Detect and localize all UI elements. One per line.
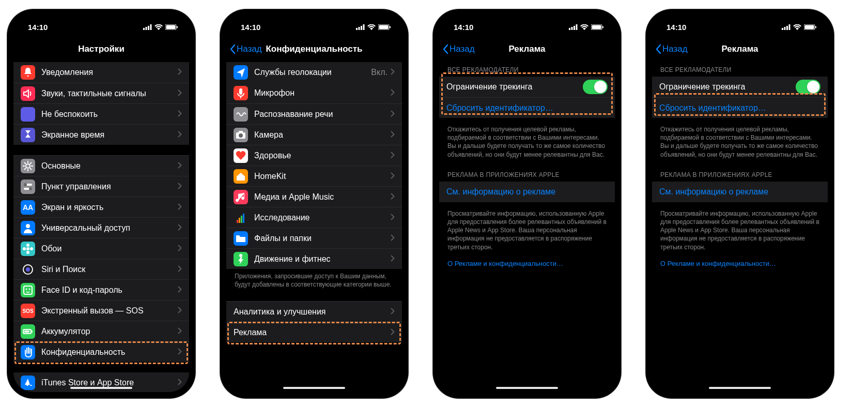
settings-row[interactable]: Уведомления	[13, 62, 189, 83]
cell-label: Здоровье	[254, 151, 391, 160]
sos-icon: SOS	[21, 304, 35, 318]
settings-row[interactable]: Аккумулятор	[13, 321, 189, 341]
battery-icon	[21, 324, 35, 339]
settings-group-c: iTunes Store и App StoreWallet и Apple P…	[13, 372, 189, 392]
camera-icon	[234, 128, 248, 142]
chevron-right-icon	[391, 213, 395, 222]
battery-icon	[378, 24, 391, 30]
content[interactable]: ВСЕ РЕКЛАМОДАТЕЛИ Ограничение трекинга С…	[652, 60, 828, 392]
nav-title: Настройки	[78, 44, 125, 54]
settings-row[interactable]: Пункт управления	[13, 176, 189, 197]
home-indicator[interactable]	[70, 387, 132, 389]
settings-row[interactable]: Микрофон	[226, 83, 402, 103]
cell-label: Сбросить идентификатор…	[659, 103, 820, 113]
settings-row[interactable]: Siri и Поиск	[13, 259, 189, 279]
section-header: РЕКЛАМА В ПРИЛОЖЕНИЯХ APPLE	[652, 167, 828, 182]
settings-row[interactable]: Службы геолокацииВкл.	[226, 62, 402, 83]
svg-rect-35	[379, 25, 389, 29]
settings-row[interactable]: Звуки, тактильные сигналы	[13, 83, 189, 103]
phone-3: 14:10 Назад Реклама ВСЕ РЕКЛАМОДАТЕЛИ Ог…	[433, 9, 621, 398]
content[interactable]: Службы геолокацииВкл. МикрофонРаспознава…	[226, 60, 402, 392]
group-footer: Приложения, запросившие доступ к Вашим д…	[226, 269, 402, 291]
chevron-right-icon	[391, 254, 395, 264]
settings-row[interactable]: Медиа и Apple Music	[226, 186, 402, 207]
ad-info-row[interactable]: См. информацию о рекламе	[439, 182, 615, 202]
cell-label: Медиа и Apple Music	[254, 192, 391, 202]
about-ads-link[interactable]: О Рекламе и конфиденциальности…	[439, 253, 615, 274]
settings-row[interactable]: Реклама	[226, 322, 402, 342]
settings-row[interactable]: Исследование	[226, 207, 402, 228]
about-ads-link[interactable]: О Рекламе и конфиденциальности…	[652, 253, 828, 274]
cell-label: Исследование	[254, 213, 391, 222]
faceid-icon	[21, 283, 35, 297]
home-indicator[interactable]	[709, 387, 771, 389]
nav-title: Реклама	[508, 44, 545, 54]
svg-point-7	[26, 164, 30, 168]
music-icon	[234, 190, 248, 204]
reset-identifier-row[interactable]: Сбросить идентификатор…	[439, 97, 615, 118]
settings-row[interactable]: AAЭкран и яркость	[13, 197, 189, 217]
settings-row[interactable]: Универсальный доступ	[13, 217, 189, 238]
svg-rect-0	[143, 28, 145, 30]
limit-ad-tracking-row[interactable]: Ограничение трекинга	[652, 77, 828, 97]
svg-rect-43	[241, 216, 242, 223]
settings-row[interactable]: Face ID и код-пароль	[13, 279, 189, 300]
svg-rect-58	[805, 25, 814, 29]
phone-1: 14:10 Настройки УведомленияЗвуки, тактил…	[7, 9, 195, 398]
svg-rect-37	[239, 88, 242, 95]
notch	[483, 16, 571, 29]
content[interactable]: УведомленияЗвуки, тактильные сигналыНе б…	[13, 60, 189, 392]
settings-group-b: ОсновныеПункт управленияAAЭкран и яркост…	[13, 155, 189, 362]
back-button[interactable]: Назад	[655, 44, 688, 54]
cell-label: См. информацию о рекламе	[659, 187, 820, 197]
svg-rect-30	[356, 28, 358, 30]
status-icons	[782, 24, 816, 30]
signal-icon	[569, 24, 578, 30]
chevron-right-icon	[178, 286, 182, 295]
settings-row[interactable]: Основные	[13, 155, 189, 176]
settings-row[interactable]: Камера	[226, 124, 402, 145]
settings-row[interactable]: Экранное время	[13, 124, 189, 145]
folder-icon	[234, 231, 248, 246]
settings-row[interactable]: HomeKit	[226, 166, 402, 186]
cell-label: Файлы и папки	[254, 234, 391, 243]
toggle-switch[interactable]	[796, 80, 820, 94]
home-indicator[interactable]	[496, 387, 558, 389]
settings-row[interactable]: Файлы и папки	[226, 228, 402, 248]
chevron-right-icon	[178, 265, 182, 274]
settings-row[interactable]: Распознавание речи	[226, 103, 402, 124]
settings-row[interactable]: Аналитика и улучшения	[226, 301, 402, 322]
back-label: Назад	[237, 44, 262, 54]
svg-rect-54	[784, 27, 786, 30]
settings-row[interactable]: Здоровье	[226, 145, 402, 166]
chevron-left-icon	[655, 44, 661, 54]
svg-rect-55	[786, 26, 788, 30]
back-button[interactable]: Назад	[229, 44, 262, 54]
section-header: РЕКЛАМА В ПРИЛОЖЕНИЯХ APPLE	[439, 167, 615, 182]
reset-identifier-row[interactable]: Сбросить идентификатор…	[652, 97, 828, 118]
hand-icon	[21, 345, 35, 359]
settings-row[interactable]: SOSЭкстренный вызов — SOS	[13, 300, 189, 321]
back-button[interactable]: Назад	[442, 44, 475, 54]
svg-rect-31	[359, 27, 360, 30]
screen: 14:10 Назад Конфиденциальность Службы ге…	[226, 16, 402, 392]
settings-row[interactable]: Конфиденциальность	[13, 341, 189, 362]
ads-group-2: См. информацию о рекламе	[652, 182, 828, 202]
settings-group-a: УведомленияЗвуки, тактильные сигналыНе б…	[13, 62, 189, 145]
homekit-icon	[234, 169, 248, 184]
settings-row[interactable]: Движение и фитнес	[226, 248, 402, 269]
content[interactable]: ВСЕ РЕКЛАМОДАТЕЛИ Ограничение трекинга С…	[439, 60, 615, 392]
chevron-right-icon	[391, 88, 395, 98]
settings-row[interactable]: Не беспокоить	[13, 103, 189, 124]
chevron-right-icon	[178, 68, 182, 77]
toggle-switch[interactable]	[583, 80, 608, 94]
settings-row[interactable]: Обои	[13, 238, 189, 259]
home-indicator[interactable]	[283, 387, 345, 389]
signal-icon	[356, 24, 365, 30]
svg-rect-2	[148, 26, 149, 30]
ad-info-row[interactable]: См. информацию о рекламе	[652, 182, 828, 202]
status-icons	[356, 24, 391, 30]
switches-icon	[21, 179, 35, 194]
limit-ad-tracking-row[interactable]: Ограничение трекинга	[439, 77, 615, 97]
settings-row[interactable]: iTunes Store и App Store	[13, 372, 189, 392]
